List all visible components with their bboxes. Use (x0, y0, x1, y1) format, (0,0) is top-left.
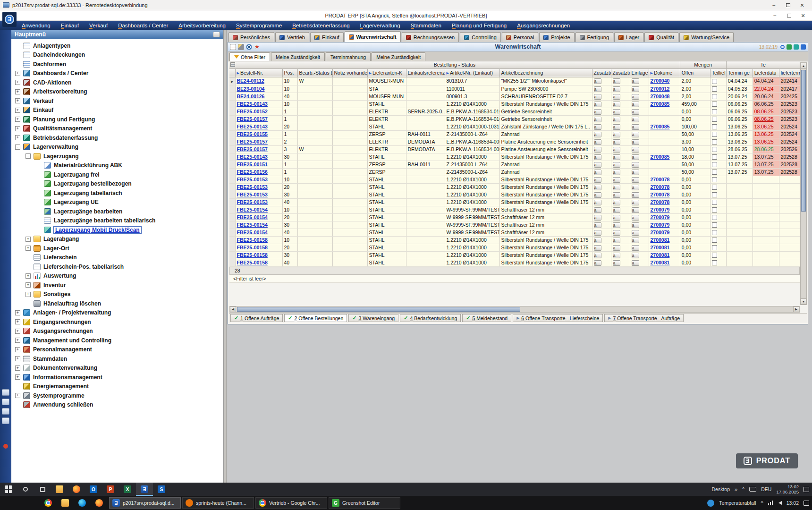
workspace-tab-projekte[interactable]: Projekte (539, 32, 574, 42)
text-note-button[interactable]: a (613, 94, 620, 100)
order-link[interactable]: FBE25-00158 (237, 237, 268, 243)
tree-item-lagerzugang-frei[interactable]: Lagerzugang frei (11, 170, 223, 179)
collapse-icon[interactable]: - (15, 144, 20, 150)
menu-item-betriebsdatenerfassung[interactable]: Betriebsdatenerfassung (292, 23, 349, 28)
text-note-button[interactable]: a (594, 162, 601, 168)
text-note-button[interactable]: a (594, 102, 601, 107)
pinned-app-edge[interactable] (74, 496, 91, 510)
order-link[interactable]: FBE25-00152 (237, 109, 268, 114)
text-note-button[interactable]: a (594, 185, 601, 190)
tree-item-auswertung[interactable]: +Auswertung (11, 272, 223, 281)
pinned-app-explorer[interactable] (57, 496, 74, 510)
task-button-vertrieb-google-chr[interactable]: Vertrieb - Google Chr... (255, 497, 327, 509)
remote-clock[interactable]: 13:02 17.06.2025 (776, 484, 799, 494)
text-note-button[interactable]: a (632, 185, 639, 190)
order-link[interactable]: BE23-00104 (237, 86, 265, 92)
expand-icon[interactable]: + (15, 117, 20, 122)
filter-tab-meine-zuständigkeit-4[interactable]: Meine Zuständigkeit (372, 52, 425, 61)
filter-tab-meine-zuständigkeit-2[interactable]: Meine Zuständigkeit (271, 52, 325, 61)
menu-item-verkauf[interactable]: Verkauf (89, 23, 108, 28)
filter-tab-ohne-filter-1[interactable]: Ohne Filter (229, 52, 270, 61)
taskbar-app-task-view[interactable] (34, 483, 51, 496)
chart-view-icon[interactable] (794, 44, 799, 50)
menu-item-einkauf[interactable]: Einkauf (61, 23, 79, 28)
partial-delivery-checkbox[interactable] (712, 154, 717, 160)
text-note-button[interactable]: a (632, 162, 639, 168)
tree-item-anlagentypen[interactable]: Anlagentypen (11, 41, 223, 51)
document-link[interactable]: 2700085 (651, 101, 670, 107)
order-link[interactable]: FBE25-00157 (237, 146, 268, 152)
text-note-button[interactable]: a (594, 139, 601, 145)
table-row[interactable]: BE24-0011210WMOUSER-MUN801310.7"MK255 1/… (229, 77, 800, 85)
text-note-button[interactable]: a (632, 124, 639, 130)
text-note-button[interactable]: a (632, 86, 639, 92)
tree-item-lager-ort[interactable]: +Lager-Ort (11, 244, 223, 253)
tree-item-lagerzugänge-bearbeiten-tabellarisch[interactable]: Lagerzugänge bearbeiten tabellarisch (11, 216, 223, 226)
tree-item-systemprogramme[interactable]: +Systemprogramme (11, 391, 223, 400)
tree-item-dokumentenverwaltung[interactable]: +Dokumentenverwaltung (11, 364, 223, 373)
partial-delivery-checkbox[interactable] (712, 147, 717, 152)
action-center-icon[interactable] (804, 487, 809, 492)
text-note-button[interactable]: a (632, 139, 639, 145)
text-note-button[interactable]: a (613, 154, 620, 160)
menu-options-icon[interactable] (213, 32, 220, 37)
tree-item-lagerzugang[interactable]: -Lagerzugang (11, 152, 223, 161)
expand-icon[interactable]: + (15, 135, 20, 140)
order-link[interactable]: FBE25-00153 (237, 199, 268, 205)
column-header-ref[interactable]: Einkaufsreferenz (406, 68, 445, 77)
taskbar-app-prodat[interactable] (136, 483, 153, 496)
text-note-button[interactable]: a (594, 253, 601, 258)
vertical-scrollbar[interactable] (800, 62, 807, 305)
text-note-button[interactable]: a (632, 170, 639, 175)
order-link[interactable]: FBE25-00153 (237, 184, 268, 190)
order-link[interactable]: FBE25-00153 (237, 192, 268, 197)
taskbar-app-start[interactable] (0, 483, 17, 496)
window-icon[interactable] (801, 44, 806, 50)
order-link[interactable]: FBE25-00156 (237, 169, 268, 175)
text-note-button[interactable]: a (613, 170, 620, 175)
edit-icon[interactable] (238, 44, 244, 50)
column-header-lieferdat[interactable]: Lieferdatu (753, 68, 779, 77)
tree-item-anwendung-schließen[interactable]: Anwendung schließen (11, 400, 223, 410)
text-note-button[interactable]: a (594, 215, 601, 221)
scroll-down-icon[interactable] (801, 298, 806, 305)
workspace-tab-fertigung[interactable]: Fertigung (575, 32, 613, 42)
expand-icon[interactable]: + (15, 393, 20, 398)
text-note-button[interactable]: a (613, 139, 620, 145)
taskbar-app-search[interactable] (17, 483, 34, 496)
text-note-button[interactable]: a (613, 147, 620, 153)
order-link[interactable]: BE24-00126 (237, 94, 265, 99)
column-header-teil[interactable]: Teillief (710, 68, 726, 77)
table-row[interactable]: FBE25-001521ELEKTRSERNR-2025-0..E.B.PKW.… (229, 108, 800, 115)
workspace-tab-vertrieb[interactable]: Vertrieb (275, 32, 309, 42)
expand-icon[interactable]: + (15, 329, 20, 334)
document-link[interactable]: 2700078 (651, 192, 670, 197)
workspace-tab-lager[interactable]: Lager (614, 32, 643, 42)
tree-item-hänelauftrag-löschen[interactable]: Hänelauftrag löschen (11, 299, 223, 308)
tree-item-personalmanagement[interactable]: +Personalmanagement (11, 345, 223, 355)
view-tab-offene-bestellungen[interactable]: 2 Offene Bestellungen (284, 314, 347, 322)
expand-icon[interactable]: + (25, 292, 31, 297)
text-note-button[interactable]: a (594, 170, 601, 175)
text-note-button[interactable]: a (594, 222, 601, 228)
text-note-button[interactable]: a (594, 192, 601, 198)
text-note-button[interactable]: a (632, 102, 639, 107)
workspace-tab-qualität[interactable]: Qualität (644, 32, 678, 42)
tree-item-eingangsrechnungen[interactable]: +Eingangsrechnungen (11, 317, 223, 327)
text-note-button[interactable]: a (632, 109, 639, 115)
text-note-button[interactable]: a (613, 132, 620, 137)
text-note-button[interactable]: a (613, 245, 620, 251)
view-tab-wareneingang[interactable]: 3 Wareneingang (348, 314, 398, 322)
document-link[interactable]: 2700081 (651, 237, 670, 243)
workspace-tab-wartung-service[interactable]: Wartung/Service (679, 32, 734, 42)
text-note-button[interactable]: a (632, 238, 639, 243)
tree-item-lagerverwaltung[interactable]: -Lagerverwaltung (11, 143, 223, 152)
partial-delivery-checkbox[interactable] (712, 117, 717, 122)
document-link[interactable]: 2700048 (651, 94, 670, 99)
text-note-button[interactable]: a (613, 253, 620, 258)
document-link[interactable]: 2700079 (651, 207, 670, 212)
partial-delivery-checkbox[interactable] (712, 200, 717, 205)
workspace-tab-controlling[interactable]: Controlling (460, 32, 501, 42)
text-note-button[interactable]: a (594, 154, 601, 160)
text-note-button[interactable]: a (632, 230, 639, 236)
